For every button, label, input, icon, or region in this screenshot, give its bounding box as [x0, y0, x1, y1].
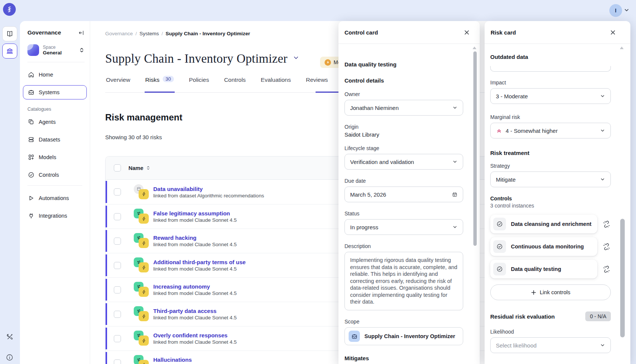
space-selector[interactable]: Space General	[27, 44, 85, 62]
sidebar-item-home[interactable]: Home	[23, 68, 87, 82]
tab-risks[interactable]: Risks30	[145, 73, 175, 92]
row-checkbox[interactable]	[114, 238, 121, 245]
tab-evaluations[interactable]: Evaluations	[260, 73, 292, 92]
control-chip-label: Data cleansing and enrichment	[511, 221, 591, 227]
row-checkbox[interactable]	[114, 213, 121, 220]
name-column-header[interactable]: Name	[128, 165, 151, 171]
title-menu-button[interactable]	[293, 54, 299, 63]
risk-source-icons	[134, 257, 150, 274]
linked-control-chip[interactable]: Continuous data monitoring	[490, 237, 597, 256]
row-checkbox[interactable]	[114, 311, 121, 318]
linked-control-chip[interactable]: Data cleansing and enrichment	[490, 215, 597, 233]
unlink-control-button[interactable]	[602, 265, 611, 274]
info-button[interactable]	[4, 352, 15, 362]
sidebar-item-systems[interactable]: Systems	[23, 85, 87, 99]
risk-name-link[interactable]: Reward hacking	[153, 235, 237, 241]
governance-rail-button[interactable]	[2, 44, 17, 59]
risk-name-link[interactable]: Additional third-party terms of use	[153, 259, 246, 265]
sidebar-item-controls[interactable]: Controls	[23, 168, 87, 182]
risk-name-link[interactable]: Overly confident responses	[153, 332, 237, 338]
app-logo[interactable]	[3, 3, 16, 16]
breadcrumb-systems[interactable]: Systems	[139, 31, 159, 36]
close-control-card-button[interactable]	[462, 28, 471, 36]
residual-risk-badge: 0 - N/A	[585, 311, 611, 321]
user-avatar[interactable]: I	[609, 4, 622, 17]
risk-lightning-icon	[139, 262, 149, 272]
risk-name-link[interactable]: Increasing autonomy	[153, 283, 237, 290]
tab-reviews[interactable]: Reviews	[305, 73, 329, 92]
scope-chip[interactable]: Supply Chain - Inventory Optimizer	[344, 327, 463, 345]
strategy-select[interactable]: Mitigate	[490, 171, 611, 187]
mitigates-heading: Mitigates	[344, 355, 463, 361]
breadcrumb-root[interactable]: Governance	[105, 31, 133, 36]
row-checkbox[interactable]	[114, 286, 121, 293]
tab-policies[interactable]: Policies	[188, 73, 210, 92]
scrolled-field-partial[interactable]	[490, 66, 611, 72]
risk-name-link[interactable]: Data unavailability	[153, 186, 264, 192]
control-check-icon	[493, 263, 506, 275]
lifecycle-label: Lifecycle stage	[344, 145, 463, 151]
control-panel-scrollbar[interactable]	[473, 51, 477, 246]
marginal-risk-select[interactable]: 4 - Somewhat higher	[490, 123, 611, 138]
tab-overview[interactable]: Overview	[105, 73, 131, 92]
tab-label: Controls	[224, 77, 246, 83]
sidebar-item-label: Automations	[39, 195, 69, 201]
calendar-icon	[452, 192, 458, 197]
control-card-title: Control card	[344, 29, 462, 36]
risk-linked-from: linked from dataset Algorithmic recommen…	[153, 193, 264, 199]
row-checkbox[interactable]	[114, 335, 121, 342]
row-checkbox[interactable]	[114, 188, 121, 196]
row-checkbox[interactable]	[114, 262, 121, 269]
account-menu-chevron[interactable]	[624, 7, 630, 15]
collapse-sidebar-button[interactable]	[78, 30, 85, 36]
sidebar-item-label: Home	[39, 72, 53, 78]
sidebar-divider	[27, 185, 82, 186]
marginal-risk-value: 4 - Somewhat higher	[506, 128, 600, 134]
risk-name-link[interactable]: Third-party data access	[153, 308, 237, 314]
scroll-up-arrow[interactable]	[473, 47, 476, 49]
sidebar-item-agents[interactable]: Agents	[23, 115, 87, 129]
description-label: Description	[344, 243, 463, 249]
chevron-down-icon	[600, 177, 605, 182]
risk-panel-scrollbar[interactable]	[620, 219, 625, 337]
sidebar-item-label: Models	[39, 154, 56, 160]
risk-name-link[interactable]: False legitimacy assumption	[153, 210, 237, 217]
lifecycle-select[interactable]: Verification and validation	[344, 154, 463, 170]
risk-name-link[interactable]: Hallucinations	[153, 356, 237, 363]
sidebar-item-automations[interactable]: Automations	[23, 191, 87, 205]
due-date-input[interactable]: March 5, 2026	[344, 187, 463, 202]
impact-select[interactable]: 3 - Moderate	[490, 88, 611, 104]
strategy-label: Strategy	[490, 163, 611, 169]
risk-lightning-icon	[325, 59, 331, 66]
tools-button[interactable]	[4, 332, 15, 342]
marginal-risk-label: Marginal risk	[490, 114, 611, 120]
sidebar-item-datasets[interactable]: Datasets	[23, 132, 87, 147]
sidebar-section-catalogues: Catalogues	[23, 103, 87, 115]
close-risk-card-button[interactable]	[609, 28, 617, 36]
tab-label: Reviews	[306, 77, 328, 83]
chevron-down-icon	[624, 7, 630, 13]
linked-control-chip[interactable]: Data quality testing	[490, 260, 597, 278]
select-all-checkbox[interactable]	[114, 164, 121, 171]
breadcrumb-separator: /	[162, 31, 163, 36]
risk-card-title: Risk card	[491, 29, 609, 36]
description-textarea[interactable]: Implementing rigorous data quality testi…	[344, 252, 463, 310]
sidebar-item-models[interactable]: Models	[23, 150, 87, 164]
link-controls-button[interactable]: Link controls	[490, 284, 611, 300]
unlink-control-button[interactable]	[602, 242, 611, 251]
unlink-icon	[603, 220, 610, 228]
unlink-control-button[interactable]	[602, 220, 611, 229]
scroll-up-arrow[interactable]	[620, 47, 624, 49]
likelihood-select[interactable]: Select likelihood	[490, 337, 611, 353]
likelihood-label: Likelihood	[490, 329, 611, 335]
linked-controls-list: Data cleansing and enrichment Continuous	[490, 215, 611, 278]
sidebar-item-integrations[interactable]: Integrations	[23, 209, 87, 223]
systems-icon	[28, 89, 35, 96]
owner-select[interactable]: Jonathan Nieminen	[344, 100, 463, 116]
risk-lightning-icon	[139, 311, 149, 321]
status-select[interactable]: In progress	[344, 219, 463, 235]
row-checkbox[interactable]	[114, 359, 121, 364]
library-rail-button[interactable]	[2, 26, 17, 41]
tab-controls[interactable]: Controls	[223, 73, 246, 92]
tab-strip-scrollbar[interactable]	[316, 92, 339, 93]
